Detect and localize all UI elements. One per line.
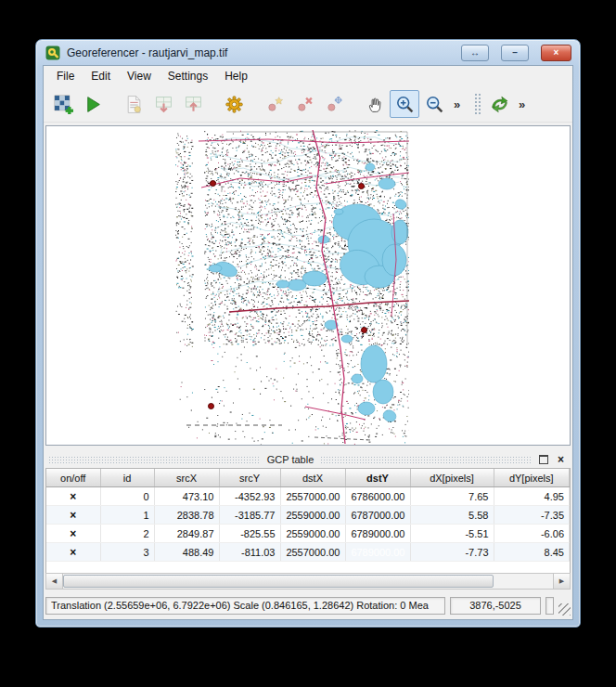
open-raster-button[interactable] — [48, 90, 78, 118]
horizontal-scrollbar[interactable]: ◀ ▶ — [45, 573, 571, 590]
delete-point-button[interactable] — [289, 90, 319, 118]
gcp-cell-dsty[interactable]: 6789000.00 — [345, 525, 410, 543]
gcp-cell-srcy[interactable]: -4352.93 — [219, 487, 280, 506]
toolbar-grip[interactable] — [474, 93, 481, 115]
gcp-cell-srcy[interactable]: -811.03 — [219, 543, 280, 562]
gcp-cell-dsty[interactable]: 6787000.00 — [345, 506, 410, 525]
col-header-id[interactable]: id — [100, 469, 154, 487]
float-panel-button[interactable] — [536, 453, 550, 466]
move-point-button[interactable] — [319, 90, 349, 118]
add-point-button[interactable] — [260, 90, 289, 118]
gcp-cell-id[interactable]: 0 — [100, 487, 154, 506]
window-title: Georeferencer - rautjarvi_map.tif — [67, 46, 461, 59]
pan-button[interactable] — [360, 90, 390, 118]
save-gcp-points-button[interactable] — [178, 90, 208, 118]
gcp-cell-dy[interactable]: -7.35 — [494, 506, 570, 525]
gcp-cell-dsty[interactable]: 6786000.00 — [345, 487, 410, 506]
col-header-dstx[interactable]: dstX — [280, 469, 345, 487]
raster-map[interactable] — [175, 130, 409, 446]
pan-hand-icon — [366, 95, 385, 114]
gcp-checkbox[interactable]: × — [70, 527, 76, 540]
gcp-cell-id[interactable]: 1 — [100, 506, 154, 525]
gcp-row-1[interactable]: × 1 2838.78 -3185.77 2559000.00 6787000.… — [46, 506, 570, 525]
scroll-left-button[interactable]: ◀ — [46, 574, 63, 589]
gcp-row-3[interactable]: × 3 488.49 -811.03 2557000.00 6789000.00… — [46, 543, 570, 562]
zoom-to-layer-button[interactable] — [484, 90, 514, 118]
scrollbar-track[interactable] — [494, 574, 553, 589]
col-header-srcy[interactable]: srcY — [219, 469, 280, 487]
georeferencer-window: Georeferencer - rautjarvi_map.tif ↔ – × … — [35, 39, 581, 628]
gcp-row-2[interactable]: × 2 2849.87 -825.55 2559000.00 6789000.0… — [46, 525, 570, 543]
col-header-dy[interactable]: dY[pixels] — [494, 469, 570, 487]
gcp-cell-onoff[interactable]: × — [46, 525, 100, 543]
gcp-cell-onoff[interactable]: × — [46, 543, 100, 562]
gcp-cell-srcx[interactable]: 2838.78 — [154, 506, 219, 525]
gcp-cell-srcx[interactable]: 2849.87 — [154, 525, 219, 543]
gcp-cell-dstx[interactable]: 2559000.00 — [280, 506, 345, 525]
col-header-srcx[interactable]: srcX — [154, 469, 219, 487]
close-button[interactable]: × — [541, 45, 571, 61]
restore-button[interactable]: ↔ — [461, 45, 489, 61]
gcp-cell-dy[interactable]: 4.95 — [494, 487, 570, 506]
gcp-marker-1[interactable] — [358, 183, 365, 189]
toolbar2-overflow-button[interactable]: » — [514, 90, 530, 118]
gcp-cell-dsty[interactable]: 6789000.00 — [345, 543, 410, 562]
gcp-cell-id[interactable]: 3 — [100, 543, 154, 562]
save-gcp-icon — [184, 95, 203, 114]
gcp-cell-srcy[interactable]: -825.55 — [219, 525, 280, 543]
toolbar-overflow-button[interactable]: » — [449, 90, 465, 118]
menu-file[interactable]: File — [48, 68, 83, 84]
gcp-cell-srcx[interactable]: 488.49 — [154, 543, 219, 562]
gcp-checkbox[interactable]: × — [70, 490, 76, 503]
gcp-row-0[interactable]: × 0 473.10 -4352.93 2557000.00 6786000.0… — [46, 487, 570, 506]
col-header-dsty[interactable]: dstY — [345, 469, 410, 487]
gcp-cell-onoff[interactable]: × — [46, 506, 100, 525]
gcp-panel-titlebar[interactable]: GCP table × — [45, 450, 571, 468]
gcp-cell-dx[interactable]: -5.51 — [410, 525, 494, 543]
menu-help[interactable]: Help — [216, 68, 256, 84]
scroll-right-button[interactable]: ▶ — [553, 574, 570, 589]
gcp-checkbox[interactable]: × — [70, 509, 76, 522]
zoom-in-button[interactable] — [390, 90, 419, 118]
transformation-settings-button[interactable] — [219, 90, 249, 118]
gcp-marker-3[interactable] — [208, 403, 214, 409]
col-header-dx[interactable]: dX[pixels] — [410, 469, 494, 487]
gcp-cell-dy[interactable]: 8.45 — [494, 543, 570, 562]
gcp-marker-0[interactable] — [210, 180, 216, 187]
gcp-table[interactable]: on/off id srcX srcY dstX dstY dX[pixels]… — [45, 468, 571, 573]
menu-settings[interactable]: Settings — [160, 68, 216, 84]
gcp-cell-dx[interactable]: 7.65 — [410, 487, 494, 506]
map-view[interactable] — [45, 125, 571, 446]
titlebar[interactable]: Georeferencer - rautjarvi_map.tif ↔ – × — [36, 40, 580, 65]
desktop: { "window": { "title": "Georeferencer - … — [0, 0, 616, 687]
start-georeferencing-button[interactable] — [78, 90, 108, 118]
scrollbar-thumb[interactable] — [63, 575, 494, 588]
menu-view[interactable]: View — [119, 68, 160, 84]
add-point-icon — [265, 95, 285, 114]
menu-edit[interactable]: Edit — [83, 68, 119, 84]
load-gcp-points-button[interactable] — [148, 90, 178, 118]
zoom-out-icon — [425, 95, 444, 114]
gcp-marker-2[interactable] — [361, 327, 367, 333]
gdal-script-button[interactable] — [119, 90, 148, 118]
gcp-cell-dx[interactable]: -7.73 — [410, 543, 494, 562]
minimize-icon: – — [512, 48, 518, 58]
panel-close-icon: × — [558, 454, 564, 465]
gcp-cell-srcy[interactable]: -3185.77 — [219, 506, 280, 525]
resize-grip[interactable] — [558, 603, 571, 616]
col-header-onoff[interactable]: on/off — [46, 469, 100, 487]
raster-image — [175, 130, 409, 446]
gcp-checkbox[interactable]: × — [70, 546, 76, 559]
gcp-cell-srcx[interactable]: 473.10 — [154, 487, 219, 506]
zoom-out-button[interactable] — [419, 90, 449, 118]
gcp-cell-dstx[interactable]: 2559000.00 — [280, 525, 345, 543]
gcp-cell-dx[interactable]: 5.58 — [410, 506, 494, 525]
gcp-cell-dy[interactable]: -6.06 — [494, 525, 570, 543]
gcp-cell-id[interactable]: 2 — [100, 525, 154, 543]
gcp-cell-dstx[interactable]: 2557000.00 — [280, 543, 345, 562]
gcp-cell-dstx[interactable]: 2557000.00 — [280, 487, 345, 506]
close-panel-button[interactable]: × — [554, 453, 568, 466]
panel-grip-left — [48, 456, 261, 463]
minimize-button[interactable]: – — [501, 45, 529, 61]
gcp-cell-onoff[interactable]: × — [46, 487, 100, 506]
